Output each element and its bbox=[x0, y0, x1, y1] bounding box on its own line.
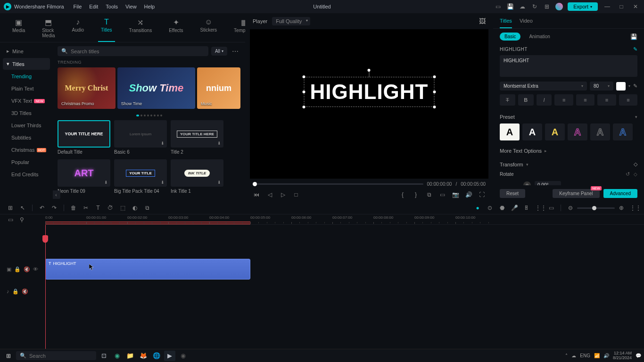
rotate-value-input[interactable] bbox=[535, 181, 561, 185]
tab-stock-media[interactable]: ⬒Stock Media bbox=[39, 16, 58, 42]
subtab-animation[interactable]: Animation bbox=[524, 33, 554, 41]
stop-icon[interactable]: □ bbox=[292, 191, 300, 198]
prev-frame-icon[interactable]: ⏮ bbox=[253, 191, 260, 198]
close-button[interactable]: ✕ bbox=[631, 3, 640, 10]
tab-effects[interactable]: ✦Effects bbox=[166, 16, 186, 42]
font-family-dropdown[interactable]: Montserrat Extra bbox=[500, 82, 587, 90]
preview-canvas[interactable]: HIGHLIGHT bbox=[250, 29, 488, 179]
trending-card-music[interactable]: nnium Music bbox=[197, 67, 240, 109]
taskbar-search[interactable]: 🔍 bbox=[16, 351, 96, 360]
tray-cloud-icon[interactable]: ☁ bbox=[571, 353, 576, 358]
track-header-icon[interactable]: ▭ bbox=[7, 216, 14, 223]
start-button[interactable]: ⊞ bbox=[3, 351, 14, 361]
rotate-handle[interactable] bbox=[368, 69, 371, 72]
preset-1[interactable]: A bbox=[500, 123, 520, 140]
tray-notifications-icon[interactable]: 💬 bbox=[636, 353, 641, 358]
transform-section-header[interactable]: Transform▾◇ bbox=[500, 161, 637, 167]
tab-media[interactable]: ▣Media bbox=[9, 16, 28, 42]
title-clip[interactable]: T HIGHLIGHT bbox=[45, 259, 250, 280]
track-mute-icon[interactable]: 🔇 bbox=[24, 266, 30, 272]
zoom-out-icon[interactable]: ⊖ bbox=[567, 205, 574, 211]
download-icon[interactable]: ⬇ bbox=[161, 180, 165, 185]
tab-titles[interactable]: TTitles bbox=[98, 16, 115, 42]
export-button[interactable]: Export▾ bbox=[568, 2, 598, 11]
sidebar-item-subtitles[interactable]: Subtitles bbox=[3, 132, 50, 143]
preview-text[interactable]: HIGHLIGHT bbox=[310, 80, 429, 104]
timeline-tracks-area[interactable]: ▣ 🔒 🔇 👁 T HIGHLIGHT bbox=[0, 225, 644, 349]
menu-view[interactable]: View bbox=[125, 4, 137, 9]
delete-icon[interactable]: 🗑 bbox=[70, 205, 77, 211]
voiceover-icon[interactable]: 🎤 bbox=[511, 205, 518, 211]
resize-handle-ml[interactable] bbox=[303, 90, 305, 93]
user-avatar[interactable] bbox=[555, 3, 563, 10]
work-area-range[interactable] bbox=[45, 222, 250, 224]
crop-icon[interactable]: ⬚ bbox=[119, 205, 126, 211]
rotate-angle-dial[interactable] bbox=[523, 181, 531, 186]
audio-stretch-icon[interactable]: ⋮⋮ bbox=[535, 205, 543, 211]
text-color-swatch[interactable] bbox=[616, 82, 626, 90]
timeline-ruler[interactable]: 0:0000:00:01:0000:00:02:0000:00:03:0000:… bbox=[45, 214, 644, 225]
scrub-handle[interactable] bbox=[253, 182, 257, 186]
sidebar-item-trending[interactable]: Trending bbox=[3, 71, 50, 82]
menu-file[interactable]: File bbox=[74, 4, 82, 9]
redo-icon[interactable]: ↷ bbox=[50, 205, 58, 211]
reset-button[interactable]: Reset bbox=[500, 189, 525, 198]
track-lock-icon[interactable]: 🔒 bbox=[12, 288, 19, 295]
sidebar-item-3d-titles[interactable]: 3D Titles bbox=[3, 107, 50, 119]
transform-keyframe-icon[interactable]: ◇ bbox=[634, 161, 637, 167]
track-lock-icon[interactable]: 🔒 bbox=[14, 266, 21, 272]
rotate-keyframe-icon[interactable]: ◇ bbox=[634, 172, 637, 177]
tray-clock[interactable]: 12:14 AM 8/21/2024 bbox=[613, 351, 632, 361]
title-card-bigtitle04[interactable]: YOUR TITLE⬇ Big Title Pack Title 04 bbox=[114, 159, 167, 194]
sidebar-group-titles[interactable]: ▾Titles bbox=[3, 58, 50, 70]
quality-dropdown[interactable]: Full Quality bbox=[272, 17, 310, 25]
group-icon[interactable]: ⧉ bbox=[143, 205, 151, 211]
link-icon[interactable]: ⚲ bbox=[18, 216, 25, 223]
keyframe-panel-button[interactable]: Keyframe PanelNEW bbox=[553, 189, 599, 198]
advanced-button[interactable]: Advanced bbox=[603, 189, 637, 198]
align-left-button[interactable]: ≡ bbox=[554, 94, 573, 106]
text-icon[interactable]: T bbox=[94, 205, 102, 211]
marker-icon[interactable]: ⬣ bbox=[498, 205, 506, 211]
menu-edit[interactable]: Edit bbox=[89, 4, 98, 9]
zoom-slider[interactable] bbox=[577, 207, 615, 209]
eyedropper-icon[interactable]: ✎ bbox=[633, 83, 637, 89]
trending-card-christmas[interactable]: Merry Christ Christmas Promo bbox=[58, 67, 116, 109]
tab-transitions[interactable]: ⤨Transitions bbox=[126, 16, 155, 42]
mark-in-icon[interactable]: { bbox=[399, 191, 406, 198]
align-justify-button[interactable]: ≡ bbox=[619, 94, 637, 106]
italic-button[interactable]: I bbox=[537, 94, 552, 106]
preset-4[interactable]: A bbox=[568, 123, 587, 140]
strikethrough-button[interactable]: T bbox=[500, 94, 515, 106]
minimize-button[interactable]: — bbox=[603, 3, 612, 10]
title-card-basic6[interactable]: Lorem ipsum⬇ Basic 6 bbox=[114, 120, 167, 155]
tray-lang[interactable]: ENG bbox=[580, 353, 590, 358]
zoom-handle[interactable] bbox=[592, 206, 596, 210]
save-preset-icon[interactable]: 💾 bbox=[630, 33, 637, 40]
resize-handle-bl[interactable] bbox=[303, 106, 305, 108]
sidebar-item-end-credits[interactable]: End Credits bbox=[3, 169, 50, 180]
color-dropdown-icon[interactable]: ▾ bbox=[628, 84, 630, 88]
playhead[interactable] bbox=[45, 225, 46, 349]
taskbar-app-obs[interactable]: ◉ bbox=[177, 351, 189, 361]
split-icon[interactable]: ✂ bbox=[82, 205, 90, 211]
select-icon[interactable]: ↖ bbox=[19, 205, 26, 211]
mark-out-icon[interactable]: } bbox=[412, 191, 420, 198]
taskbar-app-firefox[interactable]: 🦊 bbox=[138, 351, 149, 361]
snapshot-icon[interactable]: ▭ bbox=[547, 205, 555, 211]
undo-icon[interactable]: ↶ bbox=[38, 205, 46, 211]
sidebar-item-plain-text[interactable]: Plain Text bbox=[3, 83, 50, 94]
preset-5[interactable]: A bbox=[590, 123, 610, 140]
resize-handle-mr[interactable] bbox=[433, 90, 436, 93]
sidebar-item-christmas[interactable]: ChristmasHOT bbox=[3, 144, 50, 156]
audio-mixer-icon[interactable]: 🎚 bbox=[523, 205, 530, 211]
collapse-sidebar-button[interactable]: ‹ bbox=[53, 190, 60, 199]
apps-icon[interactable]: ⊞ bbox=[543, 3, 551, 10]
taskbar-app-filmora[interactable]: ▶ bbox=[164, 351, 175, 361]
display-icon[interactable]: ▭ bbox=[438, 191, 446, 198]
tray-wifi-icon[interactable]: 📶 bbox=[594, 353, 600, 358]
taskbar-app-explorer[interactable]: 📁 bbox=[124, 351, 136, 361]
play-icon[interactable]: ▷ bbox=[279, 191, 287, 198]
align-center-button[interactable]: ≡ bbox=[576, 94, 594, 106]
sidebar-item-popular[interactable]: Popular bbox=[3, 156, 50, 168]
